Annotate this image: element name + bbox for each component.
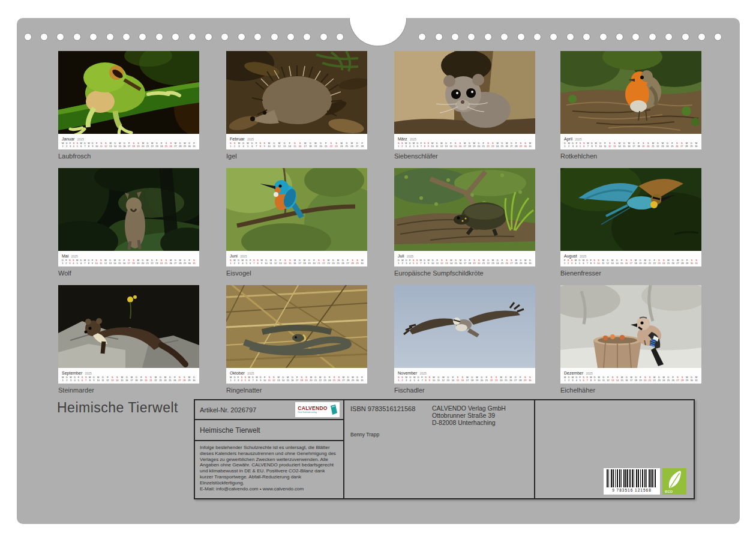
month-photo-label: Eichelhäher bbox=[560, 387, 701, 394]
calvendo-logo-name: CALVENDO bbox=[298, 406, 327, 411]
mini-calendar: Oktober 2025 M1D2F3S4S5M6D7M8D9F10S11S12… bbox=[226, 368, 367, 384]
month-name: März bbox=[398, 137, 407, 141]
day-strip: S1S2M3D4M5D6F7S8S9M10D11M12D13F14S15S16M… bbox=[398, 376, 532, 382]
month-card-november: November 2025 S1S2M3D4M5D6F7S8S9M10D11M1… bbox=[394, 285, 535, 394]
mini-calendar: Juli 2025 D1M2D3F4S5S6M7D8M9D10F11S12S13… bbox=[394, 251, 535, 266]
month-year: 2025 bbox=[580, 254, 586, 258]
day-strip: S1S2M3D4M5D6F7S8S9M10D11M12D13F14S15S16M… bbox=[230, 142, 364, 148]
calendar-back-page: Januar 2025 M1D2F3S4S5M6D7M8D9F10S11S12M… bbox=[17, 18, 740, 524]
month-name: November bbox=[398, 371, 417, 375]
author-name: Benny Trapp bbox=[350, 432, 379, 438]
mini-calendar: Juni 2025 S1M2D3M4D5F6S7S8M9D10M11D12F13… bbox=[226, 251, 367, 266]
month-card-oktober: Oktober 2025 M1D2F3S4S5M6D7M8D9F10S11S12… bbox=[226, 285, 367, 394]
imprint-left-column: Artikel-Nr. 2026797 CALVENDO Dein Kalend… bbox=[195, 400, 344, 498]
month-card-juli: Juli 2025 D1M2D3F4S5S6M7D8M9D10F11S12S13… bbox=[394, 168, 535, 277]
month-year: 2025 bbox=[247, 137, 254, 141]
day-strip: M1D2F3S4S5M6D7M8D9F10S11S12M13D14M15D16F… bbox=[62, 142, 196, 148]
mini-calendar: November 2025 S1S2M3D4M5D6F7S8S9M10D11M1… bbox=[394, 368, 535, 384]
photo-eisvogel bbox=[226, 168, 367, 251]
month-card-dezember: Dezember 2025 M1D2M3D4F5S6S7M8D9M10D11F1… bbox=[560, 285, 701, 394]
ean-barcode: 9 783516 121568 bbox=[604, 468, 660, 495]
barcode-bars-icon bbox=[607, 469, 657, 487]
month-card-februar: Februar 2025 S1S2M3D4M5D6F7S8S9M10D11M12… bbox=[226, 51, 367, 160]
day-strip: S1S2M3D4M5D6F7S8S9M10D11M12D13F14S15S16M… bbox=[398, 142, 532, 148]
month-photo-label: Eisvogel bbox=[226, 269, 367, 277]
month-photo-label: Fischadler bbox=[394, 387, 535, 394]
month-card-september: September 2025 M1D2M3D4F5S6S7M8D9M10D11F… bbox=[58, 285, 199, 394]
photo-fischadler bbox=[394, 285, 535, 368]
mini-calendar: März 2025 S1S2M3D4M5D6F7S8S9M10D11M12D13… bbox=[394, 134, 535, 149]
imprint-title: Heimische Tierwelt bbox=[195, 420, 343, 441]
day-strip: M1D2M3D4F5S6S7M8D9M10D11F12S13S14M15D16M… bbox=[62, 376, 196, 382]
month-photo-label: Siebenschläfer bbox=[394, 152, 535, 160]
article-number: Artikel-Nr. 2026797 bbox=[200, 406, 256, 414]
month-photo-label: Wolf bbox=[58, 269, 199, 277]
month-photo-label: Steinmarder bbox=[58, 387, 199, 394]
month-name: Oktober bbox=[230, 371, 245, 375]
photo-siebenschlaefer bbox=[394, 51, 535, 134]
month-card-juni: Juni 2025 S1M2D3M4D5F6S7S8M9D10M11D12F13… bbox=[226, 168, 367, 277]
day-strip: D1M2D3F4S5S6M7D8M9D10F11S12S13M14D15M16D… bbox=[398, 259, 532, 265]
eco-label: eco bbox=[665, 489, 673, 494]
day-strip: D1F2S3S4M5D6M7D8F9S10S11M12D13M14D15F16S… bbox=[62, 259, 196, 265]
leaf-icon bbox=[665, 469, 684, 490]
calvendo-logo-icon bbox=[329, 405, 337, 415]
month-year: 2025 bbox=[575, 137, 581, 141]
contact-line: E-Mail: info@calvendo.com • www.calvendo… bbox=[200, 486, 338, 492]
month-photo-label: Igel bbox=[226, 152, 367, 160]
publisher-name: CALVENDO Verlag GmbH bbox=[432, 405, 506, 412]
imprint-right-column: 9 783516 121568 eco bbox=[535, 400, 694, 498]
month-photo-label: Laubfrosch bbox=[58, 152, 199, 160]
barcode-digits: 9 783516 121568 bbox=[607, 488, 657, 492]
month-name: April bbox=[564, 137, 572, 141]
page-title: Heimische Tierwelt bbox=[57, 400, 178, 416]
isbn: ISBN 9783516121568 bbox=[350, 405, 415, 412]
month-name: September bbox=[62, 371, 82, 375]
month-card-august: August 2025 F1S2S3M4D5M6D7F8S9S10M11D12M… bbox=[560, 168, 701, 277]
month-name: Dezember bbox=[564, 371, 583, 375]
month-name: Juni bbox=[230, 254, 238, 258]
photo-steinmarder bbox=[58, 285, 199, 368]
month-year: 2025 bbox=[240, 254, 247, 258]
month-name: Januar bbox=[62, 137, 74, 141]
month-year: 2025 bbox=[85, 372, 92, 375]
mini-calendar: April 2025 D1M2D3F4S5S6M7D8M9D10F11S12S1… bbox=[560, 134, 701, 149]
month-name: Mai bbox=[62, 254, 68, 258]
month-card-april: April 2025 D1M2D3F4S5S6M7D8M9D10F11S12S1… bbox=[560, 51, 701, 160]
hanger-notch bbox=[349, 18, 407, 46]
day-strip: F1S2S3M4D5M6D7F8S9S10M11D12M13D14F15S16S… bbox=[564, 259, 698, 265]
day-strip: M1D2F3S4S5M6D7M8D9F10S11S12M13D14M15D16F… bbox=[230, 376, 364, 382]
photo-igel bbox=[226, 51, 367, 134]
photo-rotkehlchen bbox=[560, 51, 701, 134]
mini-calendar: Januar 2025 M1D2F3S4S5M6D7M8D9F10S11S12M… bbox=[58, 134, 199, 149]
month-year: 2025 bbox=[71, 254, 78, 258]
photo-eichelhaeher bbox=[560, 285, 701, 368]
day-strip: M1D2M3D4F5S6S7M8D9M10D11F12S13S14M15D16M… bbox=[564, 376, 698, 382]
legal-text: Infolge bestehender Schutzrechte ist es … bbox=[200, 445, 338, 486]
photo-bienenfresser bbox=[560, 168, 701, 251]
month-photo-label: Bienenfresser bbox=[560, 269, 701, 277]
photo-laubfrosch bbox=[58, 51, 199, 134]
mini-calendar: Februar 2025 S1S2M3D4M5D6F7S8S9M10D11M12… bbox=[226, 134, 367, 149]
calvendo-logo-tagline: Dein Kalenderverlag bbox=[298, 411, 327, 414]
month-year: 2025 bbox=[247, 372, 254, 375]
month-photo-label: Ringelnatter bbox=[226, 387, 367, 394]
calvendo-logo: CALVENDO Dein Kalenderverlag bbox=[295, 402, 340, 417]
month-year: 2025 bbox=[586, 372, 593, 375]
legal-text-block: Infolge bestehender Schutzrechte ist es … bbox=[195, 441, 343, 498]
month-photo-label: Rotkehlchen bbox=[560, 152, 701, 160]
mini-calendar: Dezember 2025 M1D2M3D4F5S6S7M8D9M10D11F1… bbox=[560, 368, 701, 384]
publisher-city: D-82008 Unterhaching bbox=[432, 419, 506, 426]
month-year: 2025 bbox=[410, 137, 416, 141]
publisher-street: Ottobrunner Straße 39 bbox=[432, 412, 506, 419]
month-year: 2025 bbox=[407, 254, 413, 258]
eco-logo: eco bbox=[662, 468, 686, 495]
publisher-address: CALVENDO Verlag GmbH Ottobrunner Straße … bbox=[432, 405, 506, 426]
month-photo-label: Europäische Sumpfschildkröte bbox=[394, 269, 535, 277]
photo-wolf bbox=[58, 168, 199, 251]
mini-calendar: August 2025 F1S2S3M4D5M6D7F8S9S10M11D12M… bbox=[560, 251, 701, 266]
month-card-maerz: März 2025 S1S2M3D4M5D6F7S8S9M10D11M12D13… bbox=[394, 51, 535, 160]
photo-sumpfschildkroete bbox=[394, 168, 535, 251]
mini-calendar: September 2025 M1D2M3D4F5S6S7M8D9M10D11F… bbox=[58, 368, 199, 384]
month-year: 2025 bbox=[420, 372, 427, 375]
